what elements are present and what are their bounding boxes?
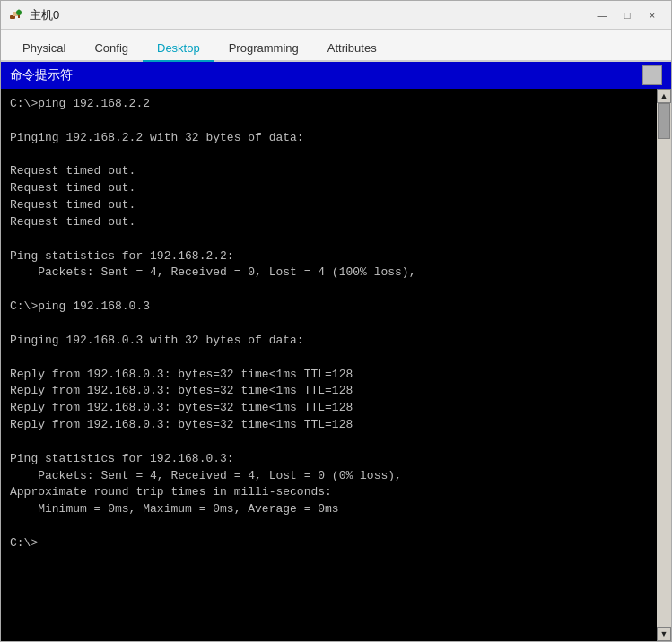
terminal-wrapper: C:\>ping 192.168.2.2 Pinging 192.168.2.2… <box>1 89 671 641</box>
main-window: 主机0 — □ × Physical Config Desktop Progra… <box>0 0 672 642</box>
app-icon <box>8 7 24 23</box>
tab-content: 命令提示符 C:\>ping 192.168.2.2 Pinging 192.1… <box>1 62 671 641</box>
window-controls: — □ × <box>590 6 664 24</box>
minimize-button[interactable]: — <box>590 6 614 24</box>
cmd-header-button[interactable] <box>642 65 662 85</box>
scroll-up-arrow[interactable]: ▲ <box>657 89 671 103</box>
title-bar: 主机0 — □ × <box>1 1 671 30</box>
tab-attributes[interactable]: Attributes <box>313 36 391 60</box>
close-button[interactable]: × <box>641 6 664 24</box>
tab-config[interactable]: Config <box>80 36 143 60</box>
scrollbar: ▲ ▼ <box>657 89 671 641</box>
tab-programming[interactable]: Programming <box>214 36 313 60</box>
cmd-header-title: 命令提示符 <box>10 67 73 83</box>
svg-rect-3 <box>18 15 20 18</box>
scrollbar-thumb[interactable] <box>658 103 670 139</box>
terminal-output[interactable]: C:\>ping 192.168.2.2 Pinging 192.168.2.2… <box>1 89 657 641</box>
tab-bar: Physical Config Desktop Programming Attr… <box>1 30 671 62</box>
scrollbar-track <box>657 103 671 627</box>
cmd-header-bar: 命令提示符 <box>1 62 671 89</box>
tab-physical[interactable]: Physical <box>8 36 80 60</box>
scroll-down-arrow[interactable]: ▼ <box>657 627 671 641</box>
restore-button[interactable]: □ <box>615 6 639 24</box>
tab-desktop[interactable]: Desktop <box>143 36 214 62</box>
window-title: 主机0 <box>30 7 590 23</box>
